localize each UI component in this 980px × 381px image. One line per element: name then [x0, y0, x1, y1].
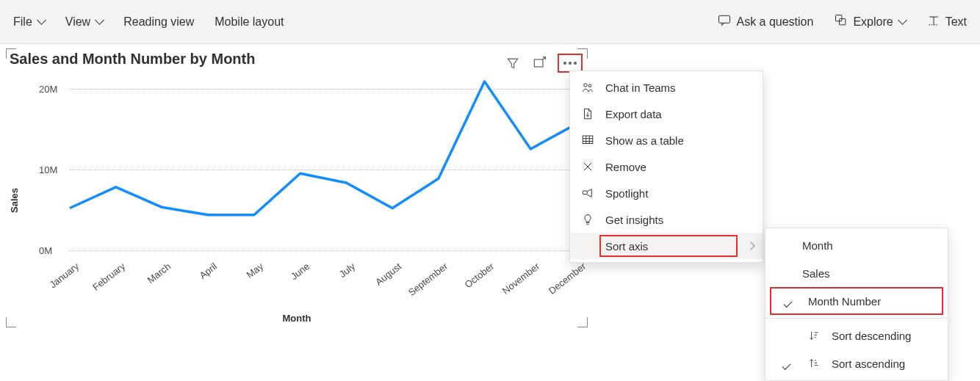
- menu-label: Remove: [605, 161, 646, 173]
- visual-context-menu: Chat in Teams Export data Show as a tabl…: [569, 70, 763, 263]
- submenu-label: Sales: [802, 267, 830, 280]
- check-icon: [777, 295, 798, 308]
- x-tick: December: [547, 261, 588, 297]
- svg-point-4: [584, 84, 588, 87]
- menu-label: Show as a table: [605, 134, 684, 147]
- x-tick: April: [198, 261, 220, 281]
- lightbulb-icon: [580, 212, 595, 227]
- menu-sort-axis[interactable]: Sort axis: [570, 233, 763, 259]
- focus-mode-icon[interactable]: [531, 56, 547, 70]
- teams-icon: [580, 80, 595, 95]
- menu-show-as-table[interactable]: Show as a table: [570, 127, 763, 153]
- spotlight-icon: [580, 186, 595, 200]
- blank-icon: [580, 239, 595, 253]
- textbox-icon: [926, 13, 941, 31]
- menu-get-insights[interactable]: Get insights: [570, 206, 763, 233]
- submenu-label: Month: [802, 239, 833, 252]
- view-menu-label: View: [65, 15, 90, 29]
- svg-rect-6: [583, 136, 593, 144]
- chevron-right-icon: [746, 242, 754, 250]
- top-toolbar: File View Reading view Mobile layout Ask…: [0, 0, 980, 44]
- explore-icon: [834, 13, 849, 31]
- check-icon: [776, 358, 796, 370]
- reading-view-label: Reading view: [123, 15, 194, 29]
- chat-icon: [717, 13, 732, 31]
- sort-by-month[interactable]: Month: [765, 231, 948, 259]
- y-tick: 20M: [39, 84, 57, 95]
- menu-export-data[interactable]: Export data: [570, 101, 763, 127]
- chart-title: Sales and Month Number by Month: [7, 49, 587, 68]
- y-axis-label: Sales: [9, 188, 20, 213]
- x-tick: August: [373, 261, 403, 288]
- file-menu-label: File: [13, 15, 32, 29]
- ask-question-button[interactable]: Ask a question: [717, 13, 813, 31]
- line-chart-visual[interactable]: Sales and Month Number by Month Sales 20…: [6, 48, 588, 327]
- gridline: [70, 250, 577, 251]
- export-icon: [580, 106, 595, 121]
- x-tick: September: [406, 261, 450, 298]
- sort-by-month-number[interactable]: Month Number: [770, 287, 943, 315]
- explore-label: Explore: [853, 15, 893, 29]
- x-axis-label: Month: [10, 313, 584, 324]
- x-tick: February: [90, 261, 127, 293]
- reading-view-button[interactable]: Reading view: [123, 15, 194, 29]
- x-tick: January: [48, 261, 82, 290]
- selection-handle[interactable]: [6, 48, 16, 59]
- sort-asc-icon: [807, 358, 821, 369]
- more-icon: [563, 62, 577, 65]
- view-menu[interactable]: View: [65, 15, 103, 29]
- filter-icon[interactable]: [505, 56, 521, 70]
- mobile-layout-label: Mobile layout: [215, 15, 284, 29]
- text-box-button[interactable]: Text: [926, 13, 967, 31]
- sort-by-sales[interactable]: Sales: [765, 259, 948, 287]
- x-tick: November: [500, 261, 541, 297]
- table-icon: [580, 133, 595, 148]
- y-tick: 0M: [39, 245, 52, 256]
- svg-rect-0: [719, 15, 730, 23]
- svg-rect-1: [836, 15, 842, 21]
- svg-rect-3: [534, 59, 543, 67]
- chart-body: Sales 20M 10M 0M JanuaryFebruaryMarchApr…: [10, 74, 584, 327]
- mobile-layout-button[interactable]: Mobile layout: [215, 15, 284, 29]
- submenu-label: Sort ascending: [832, 358, 905, 370]
- sort-descending[interactable]: Sort descending: [765, 322, 948, 349]
- svg-point-5: [588, 84, 591, 87]
- submenu-label: Sort descending: [832, 330, 911, 342]
- menu-remove[interactable]: Remove: [570, 153, 763, 180]
- menu-label: Get insights: [605, 214, 663, 226]
- plot-area: [70, 81, 577, 250]
- x-axis-ticks: JanuaryFebruaryMarchAprilMayJuneJulyAugu…: [70, 256, 577, 315]
- close-icon: [580, 159, 595, 174]
- menu-label: Sort axis: [605, 240, 648, 253]
- file-menu[interactable]: File: [13, 15, 45, 29]
- menu-label: Spotlight: [605, 187, 648, 200]
- x-tick: June: [288, 261, 311, 282]
- x-tick: July: [337, 261, 357, 280]
- sort-axis-submenu: Month Sales Month Number Sort descending…: [765, 228, 948, 381]
- sort-ascending[interactable]: Sort ascending: [765, 349, 948, 377]
- x-tick: October: [462, 261, 496, 290]
- svg-rect-7: [583, 191, 587, 195]
- y-tick: 10M: [39, 164, 57, 175]
- menu-divider: [765, 318, 948, 319]
- explore-button[interactable]: Explore: [834, 13, 905, 31]
- submenu-label: Month Number: [808, 295, 881, 308]
- menu-spotlight[interactable]: Spotlight: [570, 180, 763, 206]
- x-tick: March: [145, 261, 173, 286]
- svg-rect-2: [840, 18, 846, 24]
- text-label: Text: [945, 15, 967, 29]
- x-tick: May: [245, 261, 266, 280]
- menu-chat-in-teams[interactable]: Chat in Teams: [570, 74, 763, 101]
- line-series: [70, 81, 577, 250]
- menu-label: Export data: [605, 108, 662, 120]
- ask-question-label: Ask a question: [736, 15, 813, 29]
- menu-label: Chat in Teams: [605, 81, 676, 94]
- sort-desc-icon: [807, 330, 821, 341]
